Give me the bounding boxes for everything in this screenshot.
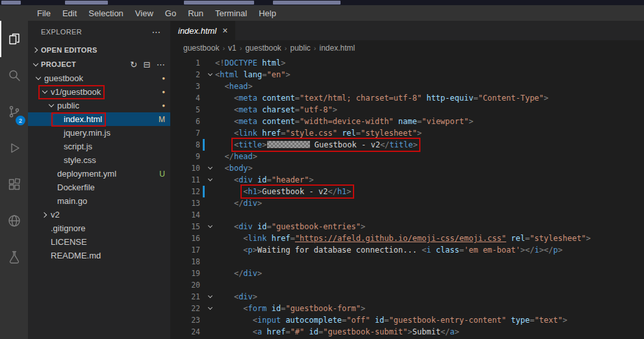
line-number: 20: [170, 281, 200, 290]
code-line-9[interactable]: 9 </head>: [170, 151, 644, 162]
globe-icon: [6, 213, 22, 229]
activity-bar: 2: [0, 21, 28, 339]
activity-bar-item-run-debug[interactable]: [0, 130, 28, 166]
code-line-13[interactable]: 13 </div>: [170, 197, 644, 209]
tree-item-deployment.yml[interactable]: deployment.ymlU: [28, 167, 170, 181]
code-line-8[interactable]: 8 <title> Guestbook - v2</title>: [170, 139, 644, 151]
code-line-12[interactable]: 12 <h1>Guestbook - v2</h1>: [170, 186, 644, 197]
activity-bar-item-globe[interactable]: [0, 203, 28, 239]
tree-item-style.css[interactable]: style.css: [28, 153, 170, 167]
activity-bar-item-files[interactable]: [0, 21, 28, 57]
code-line-20[interactable]: 20: [170, 279, 644, 291]
code-text: <div>: [215, 292, 257, 301]
tree-item-LICENSE[interactable]: LICENSE: [28, 235, 170, 249]
line-number: 9: [170, 152, 200, 161]
code-line-21[interactable]: 21 <div>: [170, 291, 644, 303]
tree-item-script.js[interactable]: script.js: [28, 140, 170, 153]
menu-item-help[interactable]: Help: [253, 8, 282, 18]
breadcrumb-item[interactable]: public: [290, 44, 310, 53]
menu-item-go[interactable]: Go: [159, 8, 182, 18]
fold-chevron-icon: [206, 223, 214, 231]
code-line-15[interactable]: 15 <div id="guestbook-entries">: [170, 221, 644, 232]
close-icon[interactable]: ×: [222, 25, 227, 36]
menu-item-file[interactable]: File: [31, 8, 57, 18]
project-actions: ↻⊟⋯: [130, 60, 165, 69]
flask-icon: [6, 249, 22, 265]
menu-item-view[interactable]: View: [129, 8, 159, 18]
git-modified-indicator: [203, 186, 205, 197]
fold-toggle[interactable]: [205, 293, 215, 301]
tree-item-Dockerfile[interactable]: Dockerfile: [28, 181, 170, 194]
code-line-18[interactable]: 18: [170, 256, 644, 268]
more-actions-icon[interactable]: ⋯: [157, 60, 165, 69]
tree-item-label: v2: [50, 210, 60, 220]
code-line-6[interactable]: 6 <meta content="width=device-width" nam…: [170, 116, 644, 127]
line-number: 22: [170, 304, 200, 313]
code-line-1[interactable]: 1<!DOCTYPE html>: [170, 57, 644, 69]
tree-item-main.go[interactable]: main.go: [28, 194, 170, 208]
code-line-22[interactable]: 22 <form id="guestbook-form">: [170, 303, 644, 314]
code-line-23[interactable]: 23 <input autocomplete="off" id="guestbo…: [170, 314, 644, 326]
git-gutter: [203, 256, 205, 268]
tree-item-README.md[interactable]: README.md: [28, 249, 170, 262]
fold-toggle[interactable]: [205, 305, 215, 312]
tab-label: index.html: [178, 26, 216, 36]
fold-toggle[interactable]: [205, 71, 215, 79]
activity-bar-item-source-control[interactable]: 2: [0, 94, 28, 130]
tree-item-guestbook[interactable]: guestbook●: [28, 71, 170, 85]
tree-item-v1/guestbook[interactable]: v1/guestbook●: [28, 85, 170, 99]
code-line-3[interactable]: 3 <head>: [170, 81, 644, 92]
collapse-all-icon[interactable]: ⊟: [143, 60, 150, 69]
code-text: <meta content="width=device-width" name=…: [215, 117, 473, 126]
chevron-right-icon: [31, 45, 41, 55]
more-actions-icon[interactable]: ⋯: [152, 27, 161, 37]
activity-bar-item-flask[interactable]: [0, 239, 28, 275]
tree-item-.gitignore[interactable]: .gitignore: [28, 221, 170, 235]
code-line-10[interactable]: 10 <body>: [170, 162, 644, 174]
code-line-24[interactable]: 24 <a href="#" id="guestbook-submit">Sub…: [170, 326, 644, 338]
code-line-4[interactable]: 4 <meta content="text/html; charset=utf-…: [170, 92, 644, 104]
line-number: 18: [170, 257, 200, 266]
code-line-14[interactable]: 14: [170, 209, 644, 221]
code-line-5[interactable]: 5 <meta charset="utf-8">: [170, 104, 644, 116]
menu-item-run[interactable]: Run: [182, 8, 209, 18]
git-gutter: [203, 314, 205, 326]
code-line-11[interactable]: 11 <div id="header">: [170, 174, 644, 186]
tree-item-v2[interactable]: v2: [28, 208, 170, 221]
line-number: 13: [170, 199, 200, 208]
modified-dot-badge: ●: [162, 103, 165, 108]
run-debug-icon: [6, 140, 22, 156]
code-line-2[interactable]: 2<html lang="en">: [170, 69, 644, 81]
fold-toggle[interactable]: [205, 223, 215, 231]
code-line-17[interactable]: 17 <p>Waiting for database connection...…: [170, 244, 644, 256]
menu-item-selection[interactable]: Selection: [83, 8, 129, 18]
tree-item-index.html[interactable]: index.htmlM: [28, 112, 170, 126]
activity-bar-item-search[interactable]: [0, 57, 28, 94]
git-gutter: [203, 151, 205, 162]
code-line-7[interactable]: 7 <link href="style.css" rel="stylesheet…: [170, 127, 644, 139]
code-text: <a href="#" id="guestbook-submit">Submit…: [215, 327, 459, 336]
refresh-icon[interactable]: ↻: [130, 60, 137, 69]
breadcrumb-item[interactable]: guestbook: [183, 44, 219, 53]
breadcrumb-item[interactable]: v1: [228, 44, 237, 53]
code-line-16[interactable]: 16 <link href="https://afeld.github.io/e…: [170, 232, 644, 244]
tree-item-public[interactable]: public●: [28, 99, 170, 112]
fold-chevron-icon: [206, 293, 214, 301]
tree-item-jquery.min.js[interactable]: jquery.min.js: [28, 126, 170, 140]
open-editors-section[interactable]: OPEN EDITORS: [28, 43, 170, 57]
code-editor[interactable]: 1<!DOCTYPE html>2<html lang="en">3 <head…: [170, 56, 644, 339]
menu-item-terminal[interactable]: Terminal: [209, 8, 253, 18]
code-line-19[interactable]: 19 </div>: [170, 268, 644, 279]
project-section[interactable]: PROJECT ↻⊟⋯: [28, 57, 170, 71]
chevron-placeholder: [46, 169, 57, 179]
fold-toggle[interactable]: [205, 164, 215, 172]
activity-bar-item-extensions[interactable]: [0, 166, 28, 203]
code-text: <body>: [215, 164, 253, 173]
tab-index-html[interactable]: index.html ×: [170, 21, 235, 40]
breadcrumb-item[interactable]: guestbook: [245, 44, 281, 53]
open-editors-label: OPEN EDITORS: [41, 46, 97, 54]
menu-item-edit[interactable]: Edit: [57, 8, 83, 18]
tree-item-label: v1/guestbook: [50, 87, 101, 97]
fold-toggle[interactable]: [205, 176, 215, 184]
breadcrumb-item[interactable]: index.html: [320, 44, 355, 53]
